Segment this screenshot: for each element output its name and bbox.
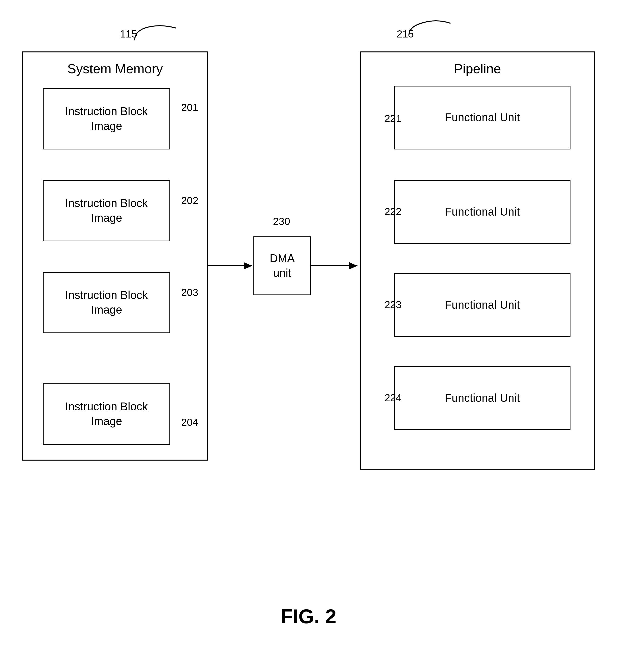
ref-224: 224 [384, 392, 402, 404]
instruction-block-2: Instruction BlockImage [43, 180, 170, 241]
diagram-container: System Memory 115 Instruction BlockImage… [0, 0, 617, 672]
ib1-label: Instruction BlockImage [65, 104, 148, 134]
ref-204: 204 [181, 416, 198, 428]
ref-230: 230 [273, 215, 290, 227]
functional-unit-1: Functional Unit [394, 86, 571, 149]
instruction-block-4: Instruction BlockImage [43, 383, 170, 445]
functional-unit-4: Functional Unit [394, 366, 571, 430]
ref-202: 202 [181, 195, 198, 206]
instruction-block-3: Instruction BlockImage [43, 272, 170, 333]
system-memory-label: System Memory [67, 61, 163, 76]
svg-marker-4 [244, 262, 252, 270]
ib2-label: Instruction BlockImage [65, 196, 148, 225]
ref-201: 201 [181, 102, 198, 114]
dma-unit-box: DMAunit [253, 236, 311, 295]
svg-marker-7 [349, 262, 358, 270]
ref-115: 115 [120, 28, 137, 40]
ref-221: 221 [384, 113, 402, 125]
pipeline-label: Pipeline [454, 61, 501, 76]
ref-203: 203 [181, 287, 198, 298]
functional-unit-2: Functional Unit [394, 180, 571, 244]
fu2-label: Functional Unit [445, 204, 520, 219]
instruction-block-1: Instruction BlockImage [43, 88, 170, 149]
dma-label: DMAunit [269, 251, 294, 281]
ref-222: 222 [384, 206, 402, 217]
ref-215: 215 [397, 28, 414, 40]
fu4-label: Functional Unit [445, 391, 520, 405]
functional-unit-3: Functional Unit [394, 273, 571, 337]
fu3-label: Functional Unit [445, 298, 520, 312]
ref-223: 223 [384, 299, 402, 311]
figure-label: FIG. 2 [280, 605, 337, 628]
fu1-label: Functional Unit [445, 110, 520, 125]
ib4-label: Instruction BlockImage [65, 399, 148, 429]
ib3-label: Instruction BlockImage [65, 288, 148, 317]
